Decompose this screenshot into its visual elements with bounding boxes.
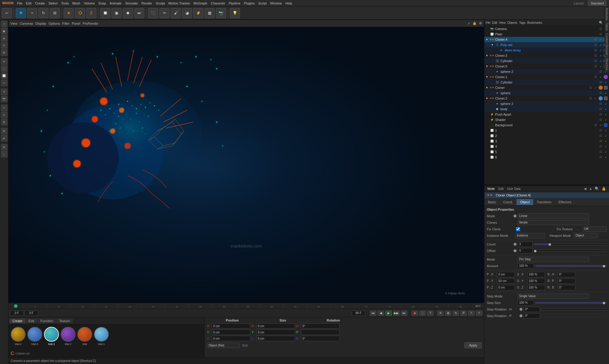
viewport-tab-display[interactable]: Display (35, 22, 46, 25)
obj-cloner[interactable]: ▼ ✕✕ Cloner ☑ ✓ (484, 85, 609, 90)
body-vis2[interactable]: ✓ (604, 107, 608, 111)
cam-vis1[interactable]: ☑ (599, 27, 603, 31)
left-btn-cylinder[interactable]: ⬜ (1, 73, 7, 79)
light-button[interactable]: 💡 (230, 8, 240, 18)
amount-slider[interactable] (535, 265, 607, 267)
pos-z-input[interactable] (212, 336, 250, 341)
obj-cloner4[interactable]: ▼ ✕✕ Cloner.4 ☑ ✓ (484, 37, 609, 42)
sx-input[interactable] (527, 272, 545, 277)
props-nav-zoom[interactable]: 🔍 (595, 187, 599, 191)
left-btn-cube[interactable]: ⬛ (1, 65, 7, 72)
offset-slider[interactable] (534, 250, 607, 252)
pa-vis2[interactable]: ✓ (604, 112, 608, 116)
obj-cloner1[interactable]: ▼ ✕✕ Cloner.1 ☑ ✓ (484, 74, 609, 80)
props-tab-coord[interactable]: Coord. (500, 199, 517, 205)
menu-volume[interactable]: Volume (84, 1, 95, 5)
viewport-tab-options[interactable]: Options (48, 22, 60, 25)
menu-motion-tracker[interactable]: Motion Tracker (168, 1, 190, 5)
rot-b-input[interactable] (301, 336, 340, 341)
polygon-mode-button[interactable]: ⬡ (75, 8, 85, 18)
apply-button[interactable]: Apply (464, 342, 482, 348)
cloner-vis2[interactable]: ✓ (594, 86, 598, 90)
play-button[interactable]: ▶ (385, 311, 392, 316)
viewport-icon-lock[interactable]: 🔒 (473, 21, 477, 25)
magnet-button[interactable]: ⚡ (193, 8, 203, 18)
viewport-icon-expand[interactable]: ⤢ (467, 21, 470, 25)
viewport-content[interactable]: crackedonic.com © Fabian Aerts (9, 27, 484, 303)
cloner5-vis2[interactable]: ✓ (599, 64, 603, 68)
step-size-input[interactable] (518, 300, 534, 305)
left-btn-poly[interactable]: ◈ (1, 35, 7, 42)
left-btn-camera[interactable]: 📷 (1, 96, 7, 102)
object-mode-button[interactable]: ✕ (64, 8, 74, 18)
content-browser-tab[interactable]: Content Browser (604, 32, 609, 56)
rh-input[interactable] (558, 272, 575, 277)
left-btn-select[interactable]: ▣ (1, 28, 7, 34)
cloner3-vis1[interactable]: ☑ (594, 53, 598, 58)
step-rot-p-slider[interactable] (541, 315, 607, 317)
rp-input[interactable] (558, 278, 575, 284)
takes-tab[interactable]: Takes (604, 22, 609, 32)
py-input[interactable] (497, 278, 515, 284)
stop-button[interactable]: ⬛ (419, 311, 426, 316)
obj-camera[interactable]: 📷 Camera ☑ ✓ (484, 26, 609, 31)
timeline-button[interactable]: ⏭ (134, 8, 144, 18)
polynet-vis1[interactable]: ☑ (594, 43, 598, 47)
viewport-mode-select[interactable]: Object (574, 233, 598, 238)
props-tab-basic[interactable]: Basic (484, 199, 500, 205)
material-mat4[interactable]: Mat.4 (11, 327, 26, 346)
frame-current-input[interactable] (25, 311, 38, 316)
obj-null-3[interactable]: ⬜ 3 ☑✓ (484, 138, 609, 144)
obj-mgr-objects[interactable]: Objects (507, 21, 517, 24)
object-list[interactable]: 📷 Camera ☑ ✓ ⬜ Plain ☑ ✓ ▼ ✕✕ (484, 26, 609, 185)
anim-button[interactable]: ▣ (112, 8, 122, 18)
prev-frame-button[interactable]: ◀ (378, 311, 384, 316)
rot-p-input[interactable] (301, 330, 340, 335)
move-tool-button[interactable]: + (27, 8, 37, 18)
sp2c5-vis1[interactable]: ☑ (599, 70, 603, 74)
menu-script[interactable]: Script (258, 1, 266, 5)
mode-button[interactable]: Mode (486, 187, 496, 191)
body-vis1[interactable]: ☑ (599, 107, 603, 111)
instance-mode-select[interactable]: Instance (515, 233, 545, 238)
goto-start-button[interactable]: ⏮ (370, 311, 376, 316)
left-btn-rotate[interactable]: ↻ (1, 42, 7, 49)
props-nav-left[interactable]: ◀ (584, 187, 586, 191)
edge-mode-button[interactable]: Z (86, 8, 96, 18)
step-rot-p-input[interactable] (524, 313, 540, 319)
menu-create[interactable]: Create (35, 1, 45, 5)
obj-cloner5[interactable]: ▼ ✕✕ Cloner.5 ☑ ✓ (484, 64, 609, 69)
step-mode-select[interactable]: Single Value (518, 294, 589, 299)
user-data-button[interactable]: User Data (506, 187, 522, 191)
left-btn-plane[interactable]: ▭ (1, 80, 7, 86)
cloner3-vis2[interactable]: ✓ (599, 53, 603, 58)
bg-vis2[interactable]: ✓ (599, 123, 603, 127)
obj-null-5[interactable]: ⬜ 5 ☑✓ (484, 149, 609, 155)
count-slider[interactable] (534, 243, 607, 245)
sculpt-button[interactable]: ◕ (182, 8, 192, 18)
keyframe-rotate-button[interactable]: ↻ (453, 311, 459, 316)
camera-button[interactable]: 📷 (216, 8, 226, 18)
props-nav-lock[interactable]: 🔒 (602, 187, 606, 191)
bg-vis1[interactable]: ☑ (594, 123, 598, 127)
viewport-tab-filter[interactable]: Filter (62, 22, 69, 25)
menu-plugins[interactable]: Plugins (244, 1, 255, 5)
mode-select[interactable]: Linear (518, 213, 589, 219)
obj-plain[interactable]: ⬜ Plain ☑ ✓ (484, 31, 609, 37)
scale-tool-button[interactable]: ⊞ (50, 8, 60, 18)
menu-simulate[interactable]: Simulate (125, 1, 138, 5)
sy-input[interactable] (527, 278, 545, 284)
record-settings-button[interactable]: ? (427, 311, 434, 316)
material-mat1[interactable]: Mat.1 (94, 327, 109, 346)
pa-vis1[interactable]: ☑ (599, 112, 603, 116)
left-btn-pen[interactable]: ✏ (1, 112, 7, 118)
props-tab-effectors[interactable]: Effectors (555, 199, 575, 205)
record-keyframe-button[interactable]: ⏺ (412, 311, 418, 316)
obj-mgr-bookmarks[interactable]: Bookmarks (527, 21, 542, 24)
cloner-vis1[interactable]: ☑ (588, 86, 593, 90)
menu-sculpt[interactable]: Sculpt (156, 1, 165, 5)
menu-character[interactable]: Character (211, 1, 225, 5)
pos-x-input[interactable] (212, 323, 250, 329)
cube-button[interactable]: ⬛ (148, 8, 158, 18)
count-input[interactable] (518, 242, 533, 247)
